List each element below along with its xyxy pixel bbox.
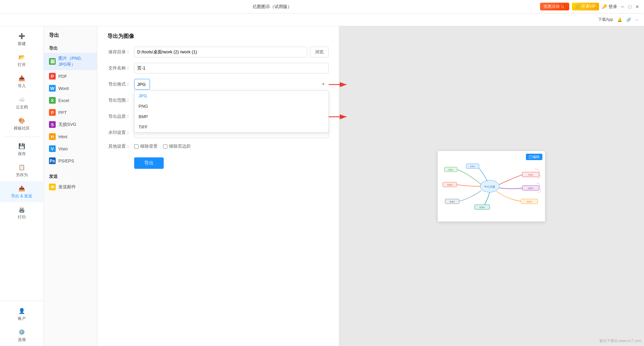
sidebar-divider-1 — [4, 137, 39, 137]
sidebar-label-saveas: 另存为 — [16, 172, 28, 178]
login-button[interactable]: 🔑 登录 — [602, 4, 617, 10]
word-export-icon: W — [49, 85, 56, 92]
format-select[interactable]: JPG PNG BMP TIFF — [134, 79, 150, 90]
dropdown-option-png[interactable]: PNG — [135, 101, 328, 111]
export-item-ps-label: PS/EPS — [58, 158, 74, 163]
svg-text:分支5: 分支5 — [527, 201, 532, 203]
export-button[interactable]: 导出 — [134, 157, 164, 169]
svg-text:分支3: 分支3 — [528, 174, 533, 176]
export-item-email-label: 发送邮件 — [58, 184, 76, 190]
sidebar-item-export[interactable]: 📤 导出 & 发送 — [0, 181, 43, 202]
notify-button[interactable]: 🔔 — [617, 17, 622, 22]
close-button[interactable]: ✕ — [635, 4, 640, 9]
promo-button[interactable]: 优惠活动 🎁 — [540, 3, 569, 10]
export-item-excel-label: Excel — [58, 98, 69, 103]
export-item-ps[interactable]: Ps PS/EPS — [44, 155, 97, 167]
more-button[interactable]: ··· — [635, 17, 639, 22]
export-item-image[interactable]: 🖼 图片（PNG、JPG等） — [44, 53, 97, 70]
sidebar-item-save[interactable]: 💾 保存 — [0, 139, 43, 160]
send-section-title: 发送 — [44, 171, 97, 181]
sidebar-label-print: 打印 — [18, 214, 26, 220]
remove-bg-input[interactable] — [134, 144, 139, 149]
mail-export-icon: ✉ — [49, 184, 56, 190]
export-item-email[interactable]: ✉ 发送邮件 — [44, 181, 97, 193]
pdf-export-icon: P — [49, 73, 56, 80]
sidebar-label-cloud: 云文档 — [16, 104, 28, 110]
dropdown-option-bmp[interactable]: BMP — [135, 111, 328, 122]
svg-text:分支8: 分支8 — [447, 184, 452, 186]
export-item-html-label: Html — [58, 134, 67, 139]
sidebar-label-new: 新建 — [18, 41, 26, 47]
browse-button[interactable]: 浏览 — [310, 47, 329, 57]
export-item-html[interactable]: H Html — [44, 131, 97, 143]
form-title: 导出为图像 — [107, 33, 329, 40]
sidebar: ➕ 新建 📂 打开 📥 导入 ☁️ 云文档 🎨 模板社区 💾 保存 📋 另存为 — [0, 26, 44, 346]
settings-icon: ⚙️ — [18, 328, 25, 336]
watermark-text: 极光下载站 www.xz7.com — [599, 338, 641, 343]
sidebar-item-template[interactable]: 🎨 模板社区 — [0, 113, 43, 135]
export-item-ppt[interactable]: P PPT — [44, 106, 97, 118]
export-item-visio[interactable]: V Visio — [44, 143, 97, 155]
filename-label: 文件名称： — [107, 65, 134, 71]
export-body: 导出为图像 保存目录： 浏览 文件名称： 导出格式： — [97, 26, 644, 346]
remove-border-checkbox[interactable]: 移除页边距 — [163, 143, 191, 149]
filename-input[interactable] — [134, 63, 329, 73]
sidebar-item-cloud[interactable]: ☁️ 云文档 — [0, 92, 43, 113]
export-item-visio-label: Visio — [58, 146, 68, 151]
titlebar-right: 优惠活动 🎁 🛒 开通VIP 🔑 登录 ─ □ ✕ — [540, 3, 640, 10]
export-item-svg[interactable]: S 无损SVG — [44, 118, 97, 131]
app-title: 亿图图示（试用版） — [253, 4, 292, 10]
account-icon: 👤 — [18, 307, 25, 314]
window-controls: ─ □ ✕ — [620, 4, 640, 9]
export-item-image-label: 图片（PNG、JPG等） — [58, 55, 92, 67]
template-icon: 🎨 — [18, 117, 25, 124]
ppt-export-icon: P — [49, 109, 56, 116]
export-item-word[interactable]: W Word — [44, 82, 97, 94]
svg-text:分支4: 分支4 — [528, 187, 533, 189]
sidebar-item-account[interactable]: 👤 账户 — [0, 304, 43, 325]
sidebar-label-template: 模板社区 — [14, 126, 30, 131]
other-settings-row: 其他设置： 移除背景 移除页边距 — [107, 143, 329, 149]
format-row: 导出格式： JPG PNG BMP TIFF ▼ JPG PNG — [107, 79, 329, 90]
export-form-area: 导出为图像 保存目录： 浏览 文件名称： 导出格式： — [97, 26, 339, 346]
export-icon: 📤 — [18, 185, 25, 192]
sidebar-item-saveas[interactable]: 📋 另存为 — [0, 160, 43, 181]
dropdown-option-tiff[interactable]: TIFF — [135, 122, 328, 132]
sidebar-item-settings[interactable]: ⚙️ 选项 — [0, 325, 43, 346]
content-area: 导出为图像 保存目录： 浏览 文件名称： 导出格式： — [97, 26, 644, 346]
toolbar-row: 下载App 🔔 🔗 ··· — [0, 13, 644, 26]
download-app-button[interactable]: 下载App — [598, 17, 613, 22]
preview-badge: 已编辑 — [526, 154, 542, 160]
dropdown-option-jpg[interactable]: JPG — [135, 91, 328, 101]
export-item-word-label: Word — [58, 86, 69, 91]
saveas-icon: 📋 — [18, 163, 25, 171]
export-item-ppt-label: PPT — [58, 110, 67, 115]
sidebar-item-import[interactable]: 📥 导入 — [0, 71, 43, 92]
svg-text:中心主题: 中心主题 — [484, 185, 495, 188]
sidebar-item-open[interactable]: 📂 打开 — [0, 50, 43, 71]
sidebar-label-settings: 选项 — [18, 337, 26, 343]
remove-bg-checkbox[interactable]: 移除背景 — [134, 143, 158, 149]
export-item-pdf-label: PDF — [58, 74, 67, 79]
svg-text:分支1: 分支1 — [448, 169, 453, 171]
vip-button[interactable]: 🛒 开通VIP — [572, 3, 599, 10]
export-item-excel[interactable]: X Excel — [44, 94, 97, 106]
cloud-icon: ☁️ — [18, 96, 25, 103]
titlebar: 亿图图示（试用版） 优惠活动 🎁 🛒 开通VIP 🔑 登录 ─ □ ✕ — [0, 0, 644, 13]
red-arrow-format — [327, 79, 351, 91]
export-item-svg-label: 无损SVG — [58, 121, 76, 128]
share-button[interactable]: 🔗 — [626, 17, 631, 22]
sidebar-item-new[interactable]: ➕ 新建 — [0, 29, 43, 50]
other-settings-label: 其他设置： — [107, 143, 134, 149]
sidebar-item-print[interactable]: 🖨️ 打印 — [0, 202, 43, 224]
red-arrow-quality — [327, 111, 351, 123]
remove-border-input[interactable] — [163, 144, 167, 149]
export-item-pdf[interactable]: P PDF — [44, 70, 97, 82]
maximize-button[interactable]: □ — [627, 4, 633, 9]
image-export-icon: 🖼 — [49, 58, 56, 65]
minimize-button[interactable]: ─ — [620, 4, 625, 9]
svg-text:分支7: 分支7 — [449, 201, 455, 203]
save-dir-input[interactable] — [134, 47, 307, 57]
remove-bg-label: 移除背景 — [140, 143, 158, 149]
export-sidebar-title: 导出 — [44, 30, 97, 43]
